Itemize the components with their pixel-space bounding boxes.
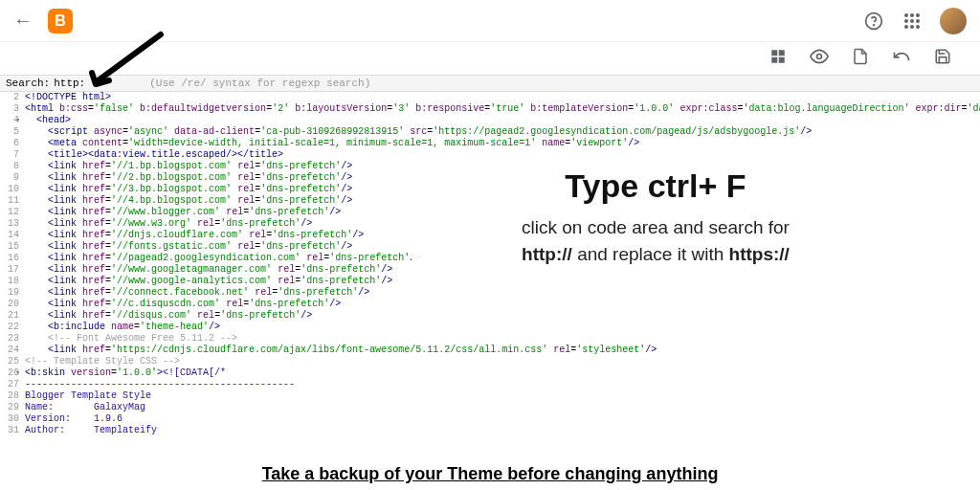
save-icon[interactable] bbox=[934, 48, 951, 69]
svg-point-9 bbox=[910, 25, 914, 29]
svg-point-4 bbox=[916, 13, 920, 17]
code-line[interactable]: 19 <link href='//connect.facebook.net' r… bbox=[0, 287, 980, 299]
search-bar[interactable]: Search: (Use /re/ syntax for regexp sear… bbox=[0, 75, 980, 92]
back-arrow[interactable]: ← bbox=[13, 10, 33, 32]
code-line[interactable]: 22 <b:include name='theme-head'/> bbox=[0, 322, 980, 333]
svg-point-3 bbox=[910, 13, 914, 17]
instruction-overlay: Type ctrl+ F click on code area and sear… bbox=[412, 167, 900, 267]
code-line[interactable]: 18 <link href='//www.google-analytics.co… bbox=[0, 276, 980, 287]
svg-point-15 bbox=[817, 55, 822, 59]
code-line[interactable]: 27--------------------------------------… bbox=[0, 379, 980, 390]
code-line[interactable]: 24 <link href='https://cdnjs.cloudflare.… bbox=[0, 345, 980, 356]
undo-icon[interactable] bbox=[892, 47, 911, 70]
search-hint: (Use /re/ syntax for regexp search) bbox=[149, 78, 370, 89]
search-label: Search: bbox=[6, 78, 50, 89]
code-line[interactable]: ▾26<b:skin version='1.0.0'><![CDATA[/* bbox=[0, 368, 980, 379]
code-line[interactable]: 30Version: 1.9.6 bbox=[0, 413, 980, 425]
svg-point-8 bbox=[904, 25, 908, 29]
svg-point-1 bbox=[874, 24, 875, 25]
svg-point-5 bbox=[904, 19, 908, 23]
code-line[interactable]: 23 <!-- Font Awesome Free 5.11.2 --> bbox=[0, 333, 980, 345]
footer-warning: Take a backup of your Theme before chang… bbox=[0, 464, 980, 484]
document-icon[interactable] bbox=[852, 48, 869, 69]
preview-icon[interactable] bbox=[810, 47, 829, 70]
overlay-title: Type ctrl+ F bbox=[412, 167, 900, 205]
svg-point-10 bbox=[916, 25, 920, 29]
svg-point-2 bbox=[904, 13, 908, 17]
svg-point-7 bbox=[916, 19, 920, 23]
apps-icon[interactable] bbox=[902, 11, 923, 32]
code-line[interactable]: 7 <title><data:view.title.escaped/></tit… bbox=[0, 149, 980, 161]
code-line[interactable]: 29Name: GalaxyMag bbox=[0, 402, 980, 413]
code-line[interactable]: 25<!-- Template Style CSS --> bbox=[0, 356, 980, 368]
blogger-logo[interactable]: B bbox=[48, 9, 73, 33]
code-line[interactable]: ▾4 <head> bbox=[0, 115, 980, 126]
svg-rect-11 bbox=[771, 50, 777, 56]
customize-icon[interactable] bbox=[769, 48, 787, 69]
code-line[interactable]: 20 <link href='//c.disquscdn.com' rel='d… bbox=[0, 299, 980, 310]
code-line[interactable]: 6 <meta content='width=device-width, ini… bbox=[0, 138, 980, 149]
svg-rect-13 bbox=[771, 57, 777, 63]
svg-rect-14 bbox=[779, 57, 785, 63]
search-input[interactable] bbox=[54, 78, 111, 89]
code-line[interactable]: 2<!DOCTYPE html> bbox=[0, 92, 980, 103]
avatar[interactable] bbox=[940, 8, 967, 34]
svg-rect-12 bbox=[779, 50, 785, 56]
code-line[interactable]: 28Blogger Template Style bbox=[0, 390, 980, 402]
svg-point-6 bbox=[910, 19, 914, 23]
code-line[interactable]: 3<html b:css='false' b:defaultwidgetvers… bbox=[0, 103, 980, 115]
code-line[interactable]: 5 <script async='async' data-ad-client='… bbox=[0, 126, 980, 138]
code-line[interactable]: 21 <link href='//disqus.com' rel='dns-pr… bbox=[0, 310, 980, 322]
code-line[interactable]: 31Author: Templateify bbox=[0, 425, 980, 436]
overlay-text: click on code area and search forhttp://… bbox=[412, 214, 900, 267]
help-icon[interactable] bbox=[863, 11, 884, 32]
